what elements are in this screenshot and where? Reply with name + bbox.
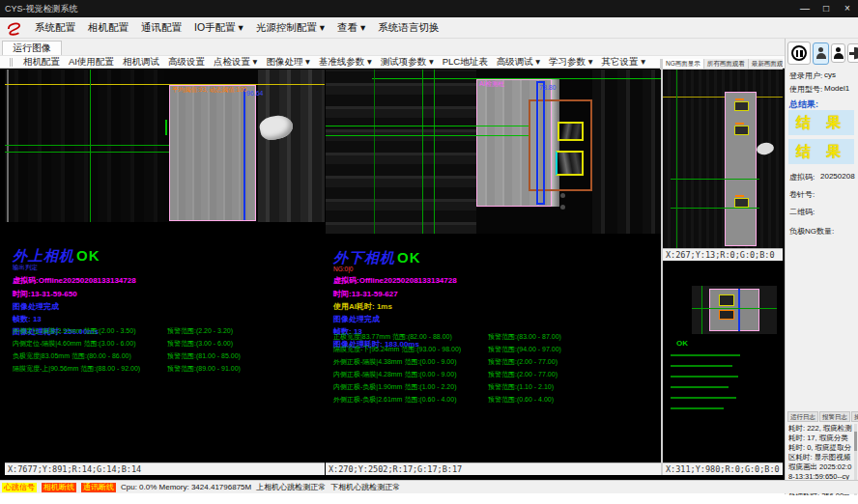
process-done-line: 图像处理完成 [333,314,643,324]
blue-measure-value: 96.64 [246,90,264,97]
result-block-upper: 外上相机OK 输出判定 虚拟码:Offline20250208133134728… [13,247,322,337]
small-view-bottom[interactable]: OK X:311;Y:980;R:0;G:0;B:0 [663,262,783,475]
measurement-row: 正极宽度|83.77mm 范围:(82.00 - 88.00)预警范围:(83.… [333,332,657,345]
pause-button[interactable] [787,42,811,65]
defect-box-yellow [734,198,749,208]
toolbar-item-camera-config[interactable]: 相机配置 [23,56,60,69]
result-text-line [671,397,736,399]
model-row: 使用型号:Model1 [789,84,822,95]
tape-blob [756,142,775,156]
exit-door-icon [849,47,858,60]
toolbar-item-image-processing[interactable]: 图像处理 ▾ [266,56,309,69]
measurement-value: 内侧定位-隔膜|4.60mm 范围:(3.00 - 6.00) [13,339,135,349]
camera-image-lower[interactable]: AI检测框 73.80 [326,70,661,234]
small-camera-image-top[interactable] [663,70,783,248]
measurement-value: 外侧定位-隔膜|2.91mm 范围:(2.00 - 3.50) [13,326,135,336]
toolbar-grip[interactable] [10,58,13,67]
camera-image-upper[interactable]: 平均阈值:93, 动态阈值:100 96.64 [5,70,325,222]
measure-green-hline [5,145,169,146]
defect-box-yellow [719,294,734,306]
green-hline [671,208,759,209]
control-buttons [787,42,858,65]
titlebar: CYS-视觉检测系统 — □ × [0,0,858,17]
measure-blue-line [738,289,740,331]
toolbar-item-test-params[interactable]: 测试项参数 ▾ [381,56,434,69]
warning-range: 预警范围:(83.00 - 87.00) [488,332,561,342]
measurement-list-upper: 外侧定位-隔膜|2.91mm 范围:(2.00 - 3.50)预警范围:(2.2… [13,326,321,377]
tab-run-log[interactable]: 运行日志 [787,411,818,422]
measurement-row: 隔膜宽度-上|90.56mm 范围:(88.00 - 92.00)预警范围:(8… [13,364,321,377]
toolbar-item-plc-address[interactable]: PLC地址表 [443,56,488,69]
warning-range: 预警范围:(3.00 - 6.00) [167,339,233,349]
tab-ng-display[interactable]: NG画面显示 [663,59,704,69]
toolbar-item-learning-params[interactable]: 学习参数 ▾ [549,56,592,69]
toolbar-item-ai-usage-config[interactable]: AI使用配置 [69,56,114,69]
tab-operation-log[interactable]: 操作日志 [851,411,858,422]
menu-item-camera-config[interactable]: 相机配置 [88,21,129,35]
log-scrollbar-thumb[interactable] [854,432,857,451]
measurement-row: 外侧正极-隔膜|4.38mm 范围:(0.00 - 9.00)预警范围:(2.0… [333,357,657,370]
toolbar-item-baseline-params[interactable]: 基准线参数 ▾ [319,56,372,69]
tab-run-image[interactable]: 运行图像 [2,41,62,55]
virtual-code-row: 虚拟码:20250208 [789,172,815,182]
small-camera-image-bottom[interactable]: OK [663,262,783,462]
green-vline [701,286,702,334]
status-bar: 心跳信号 相机断线 通讯断线 Cpu: 0.0% Memory: 3424.41… [0,480,858,493]
camera-view-lower-outer[interactable]: AI检测框 73.80 外下相机OK NG:0|0 虚拟码:Offline202… [326,70,661,475]
warning-range: 预警范围:(2.20 - 3.20) [167,326,233,336]
toolbar-item-advanced-settings[interactable]: 高级设置 [168,56,205,69]
camera-status-badge: 相机断线 [42,483,76,492]
tab-latest-frames[interactable]: 最新画面观看 [749,59,783,69]
toolbar-item-spot-check[interactable]: 点检设置 ▾ [214,56,257,69]
close-button[interactable]: × [841,0,854,17]
baseline-yellow-line [5,84,325,85]
pixel-status-bar-upper: X:7677;Y:891;R:14;G:14;B:14 [5,462,325,475]
warning-range: 预警范围:(1.10 - 2.10) [488,382,554,392]
ng-count-label: 负极NG数量: [789,226,834,237]
rivet-dot [560,193,565,198]
menu-item-view[interactable]: 查看 ▾ [337,21,365,35]
operator-button[interactable] [831,43,845,63]
measurement-row: 外侧正极-负极|2.61mm 范围:(0.60 - 4.00)预警范围:(0.6… [333,395,657,407]
frame-edge-line [7,70,9,222]
process-done-line: 图像处理完成 [13,301,322,312]
result-text-line [671,365,732,367]
heartbeat-badge: 心跳信号 [2,483,37,492]
tab-alarm-log[interactable]: 报警日志 [819,411,850,422]
login-user-label: 登录用户: [789,71,822,80]
menu-item-light-config[interactable]: 光源控制配置 ▾ [256,21,325,35]
exit-button[interactable] [847,43,858,63]
menu-item-language-switch[interactable]: 系统语言切换 [378,21,439,35]
menu-item-comm-config[interactable]: 通讯配置 [141,21,182,35]
tab-all-frames[interactable]: 所有画面观看 [704,59,749,69]
baseline-yellow-line [663,97,783,98]
machine-right-band [592,70,661,234]
menu-item-io-config[interactable]: IO手配置 ▾ [194,21,243,35]
barcode-line: 虚拟码:Offline20250208133134728 [333,275,643,286]
login-user-value: cys [824,70,836,79]
menu-item-system-config[interactable]: 系统配置 [35,21,75,35]
measurement-value: 内侧正极-负极|1.90mm 范围:(1.00 - 2.20) [333,382,456,392]
result-status: OK [397,249,421,266]
defect-box-orange [719,310,734,320]
toolbar-item-other-settings[interactable]: 其它设置 ▾ [602,56,645,69]
measurement-value: 隔膜宽度-下|95.24mm 范围:(93.00 - 98.00) [333,345,461,354]
small-view-top[interactable]: NG画面显示 所有画面观看 最新画面观看 X:267;Y:13;R:0;G:0;… [663,59,783,261]
pixel-status-bar-lower: X:270;Y:2502;R:17;G:17;B:17 [326,462,661,475]
camera-name: 外上相机 [13,247,74,264]
toolbar-item-camera-debug[interactable]: 相机调试 [123,56,159,69]
camera-name: 外下相机 [333,249,395,266]
camera-view-upper-outer[interactable]: 平均阈值:93, 动态阈值:100 96.64 外上相机OK 输出判定 虚拟码:… [5,70,325,475]
pause-icon [791,45,807,61]
user-icon [816,47,826,59]
login-user-button[interactable] [813,42,829,65]
maximize-button[interactable]: □ [819,0,833,17]
toolbar-item-advanced-debug[interactable]: 高级调试 ▾ [497,56,540,69]
pixel-status-bar-small-bottom: X:311;Y:980;R:0;G:0;B:0 [663,462,783,475]
virtual-code-label: 虚拟码: [789,173,815,182]
minimize-button[interactable]: — [798,0,812,17]
result-box-upper: 结 果 [788,110,854,135]
measurement-value: 外侧正极-隔膜|4.38mm 范围:(0.00 - 9.00) [333,357,456,367]
measurement-value: 外侧正极-负极|2.61mm 范围:(0.60 - 4.00) [333,395,456,405]
rivet-dot [560,205,565,210]
